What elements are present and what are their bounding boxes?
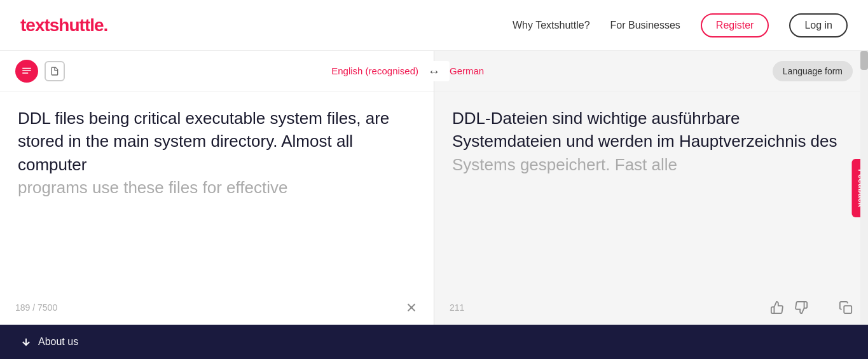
translation-area: English (recognised) DDL files being cri… bbox=[0, 51, 868, 325]
copy-button[interactable] bbox=[839, 301, 853, 315]
source-bottom-bar: 189 / 7500 bbox=[0, 290, 434, 325]
svg-rect-5 bbox=[844, 306, 851, 313]
thumbs-up-icon bbox=[770, 301, 784, 315]
char-count: 189 / 7500 bbox=[15, 302, 57, 313]
nav-why[interactable]: Why Textshuttle? bbox=[513, 20, 590, 31]
target-language-label[interactable]: German bbox=[450, 65, 484, 76]
close-icon bbox=[404, 301, 418, 315]
swap-area: ↔ bbox=[419, 61, 450, 81]
text-icon[interactable] bbox=[15, 60, 38, 83]
header: textshuttle. Why Textshuttle? For Busine… bbox=[0, 0, 868, 51]
source-bottom-icons bbox=[404, 301, 418, 315]
translation-text-dark: DDL-Dateien sind wichtige ausführbare Sy… bbox=[452, 109, 837, 151]
translation-bottom-bar: 211 bbox=[434, 290, 868, 325]
thumbs-up-button[interactable] bbox=[770, 301, 784, 315]
source-icons bbox=[15, 60, 65, 83]
logo: textshuttle. bbox=[20, 15, 107, 36]
doc-icon bbox=[50, 66, 60, 76]
translation-language-bar: German Language form bbox=[434, 51, 868, 91]
translation-bottom-icons bbox=[770, 301, 853, 315]
source-text-dark: DDL files being critical executable syst… bbox=[18, 109, 389, 174]
svg-rect-1 bbox=[22, 70, 31, 71]
document-icon[interactable] bbox=[45, 61, 65, 81]
source-panel: English (recognised) DDL files being cri… bbox=[0, 51, 434, 325]
copy-icon bbox=[839, 301, 853, 315]
thumbs-down-button[interactable] bbox=[794, 301, 808, 315]
arrow-down-icon bbox=[20, 336, 32, 348]
translation-panel: German Language form DDL-Dateien sind wi… bbox=[434, 51, 868, 325]
swap-arrow: ↔ bbox=[428, 64, 441, 78]
nav-business[interactable]: For Businesses bbox=[610, 20, 680, 31]
translation-text-light: Systems gespeichert. Fast alle bbox=[452, 155, 677, 174]
source-text-light: programs use these files for effective bbox=[18, 178, 287, 197]
translation-text-area[interactable]: DDL-Dateien sind wichtige ausführbare Sy… bbox=[434, 91, 868, 290]
lines-icon bbox=[21, 65, 32, 77]
source-text-area[interactable]: DDL files being critical executable syst… bbox=[0, 91, 434, 290]
register-button[interactable]: Register bbox=[701, 13, 769, 37]
about-bar[interactable]: About us bbox=[0, 325, 868, 359]
source-language-bar: English (recognised) bbox=[0, 51, 434, 91]
about-bar-content: About us bbox=[20, 336, 78, 348]
svg-rect-2 bbox=[22, 72, 28, 74]
translation-char-count: 211 bbox=[450, 302, 464, 313]
login-button[interactable]: Log in bbox=[789, 13, 848, 37]
svg-rect-0 bbox=[22, 67, 31, 69]
about-us-label: About us bbox=[38, 336, 78, 348]
clear-button[interactable] bbox=[404, 301, 418, 315]
language-form-button[interactable]: Language form bbox=[773, 61, 853, 81]
scrollbar[interactable] bbox=[860, 51, 868, 325]
nav: Why Textshuttle? For Businesses Register… bbox=[513, 13, 848, 37]
thumbs-down-icon bbox=[794, 301, 808, 315]
swap-button[interactable]: ↔ bbox=[428, 64, 441, 79]
scrollbar-thumb[interactable] bbox=[860, 51, 868, 70]
source-language-label[interactable]: English (recognised) bbox=[331, 65, 418, 76]
